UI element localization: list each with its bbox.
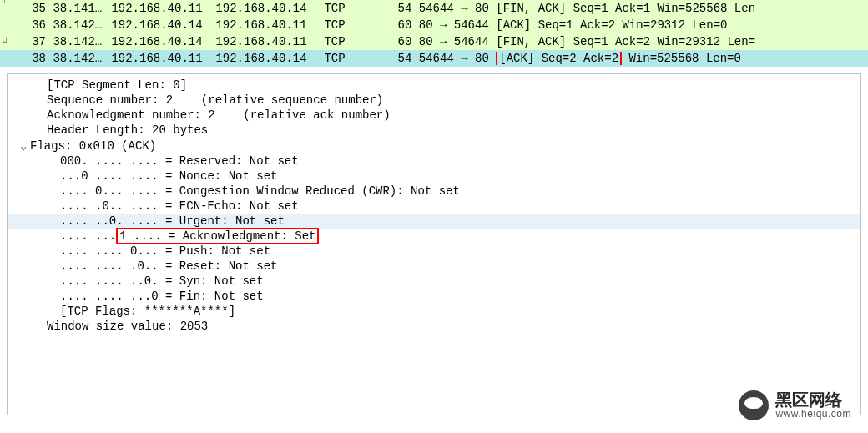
col-info: 80 → 54644 [ACK] Seq=1 Ack=2 Win=29312 L… [419, 18, 868, 32]
col-src: 192.168.40.11 [111, 52, 215, 65]
col-proto: TCP [324, 52, 378, 65]
flag-ack: .... ...1 .... = Acknowledgment: Set [8, 229, 860, 244]
arrow-icon: ↲ [2, 35, 14, 46]
highlight-ack-flag: 1 .... = Acknowledgment: Set [116, 228, 319, 244]
col-time: 38.141… [53, 2, 111, 15]
col-info: 54644 → 80 [ACK] Seq=2 Ack=2 Win=525568 … [419, 52, 868, 65]
mushroom-icon [739, 390, 769, 415]
col-len: 54 [378, 52, 411, 65]
col-time: 38.142… [53, 35, 111, 48]
chevron-down-icon[interactable]: ⌄ [20, 138, 30, 153]
flag-reserved: 000. .... .... = Reserved: Not set [8, 154, 860, 169]
col-dst: 192.168.40.14 [215, 52, 324, 65]
col-dst: 192.168.40.14 [215, 2, 324, 15]
watermark-title: 黑区网络 [775, 390, 851, 409]
flag-reset: .... .... .0.. = Reset: Not set [8, 259, 860, 274]
tcp-segment-len: [TCP Segment Len: 0] [8, 78, 860, 93]
col-dst: 192.168.40.11 [215, 35, 324, 48]
col-time: 38.142… [53, 52, 111, 65]
col-dst: 192.168.40.11 [215, 18, 324, 32]
sequence-number: Sequence number: 2 (relative sequence nu… [8, 93, 860, 108]
packet-row[interactable]: 35 38.141… 192.168.40.11 192.168.40.14 T… [0, 0, 868, 17]
packet-list: 35 38.141… 192.168.40.11 192.168.40.14 T… [0, 0, 868, 67]
flag-fin: .... .... ...0 = Fin: Not set [8, 289, 860, 304]
flags-header[interactable]: ⌄Flags: 0x010 (ACK) [8, 138, 860, 154]
col-info: 80 → 54644 [FIN, ACK] Seq=1 Ack=2 Win=29… [419, 35, 868, 48]
col-proto: TCP [324, 2, 378, 15]
packet-row[interactable]: 36 38.142… 192.168.40.14 192.168.40.11 T… [0, 17, 868, 33]
col-len: 60 [378, 18, 411, 32]
col-proto: TCP [324, 18, 378, 32]
col-time: 38.142… [53, 18, 111, 32]
watermark-url: www.heiqu.com [775, 409, 851, 415]
col-info: 54644 → 80 [FIN, ACK] Seq=1 Ack=1 Win=52… [419, 2, 868, 15]
flag-nonce: ...0 .... .... = Nonce: Not set [8, 169, 860, 184]
packet-details-pane[interactable]: [TCP Segment Len: 0] Sequence number: 2 … [7, 73, 861, 415]
col-no: 35 [17, 2, 46, 15]
header-length: Header Length: 20 bytes [8, 123, 860, 138]
flag-cwr: .... 0... .... = Congestion Window Reduc… [8, 184, 860, 199]
highlight-ack-seq: [ACK] Seq=2 Ack=2 [496, 52, 622, 65]
col-no: 36 [17, 18, 46, 32]
col-no: 37 [17, 35, 46, 48]
window-size: Window size value: 2053 [8, 319, 860, 334]
packet-row[interactable]: ↲ 37 38.142… 192.168.40.14 192.168.40.11… [0, 33, 868, 50]
flag-ecn: .... .0.. .... = ECN-Echo: Not set [8, 199, 860, 214]
watermark: 黑区网络 www.heiqu.com [739, 390, 851, 415]
col-proto: TCP [324, 35, 378, 48]
col-len: 60 [378, 35, 411, 48]
flag-urgent: .... ..0. .... = Urgent: Not set [8, 214, 860, 229]
col-src: 192.168.40.14 [111, 18, 215, 32]
flag-syn: .... .... ..0. = Syn: Not set [8, 274, 860, 289]
arrow-icon: └ [2, 0, 14, 8]
col-len: 54 [378, 2, 411, 15]
col-src: 192.168.40.14 [111, 35, 215, 48]
tcp-flags-summary: [TCP Flags: *******A****] [8, 304, 860, 319]
col-no: 38 [17, 52, 46, 65]
ack-number: Acknowledgment number: 2 (relative ack n… [8, 108, 860, 123]
col-src: 192.168.40.11 [111, 2, 215, 15]
packet-row-selected[interactable]: └ 38 38.142… 192.168.40.11 192.168.40.14… [0, 50, 868, 67]
flag-push: .... .... 0... = Push: Not set [8, 244, 860, 259]
